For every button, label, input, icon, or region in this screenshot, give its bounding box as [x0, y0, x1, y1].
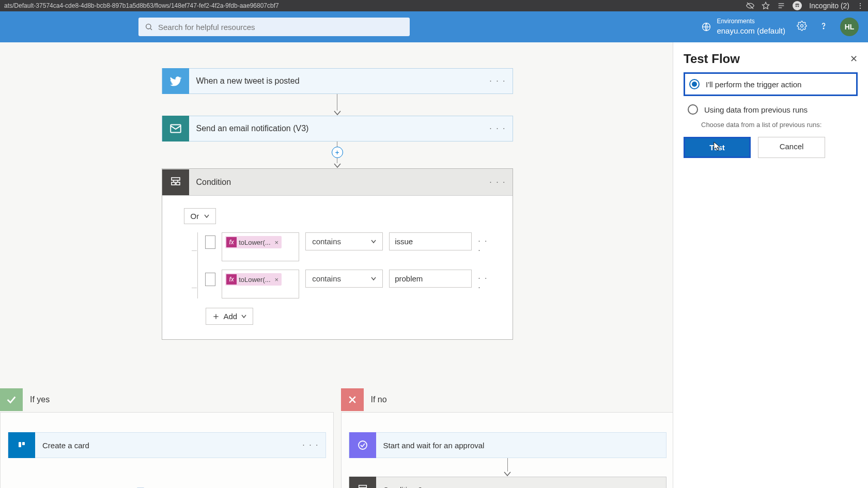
email-action-title: Send an email notification (V3) — [189, 124, 484, 133]
gear-icon[interactable] — [797, 21, 807, 33]
row-menu[interactable]: · · · — [478, 274, 490, 292]
svg-point-25 — [359, 441, 367, 449]
radio-subnote: Choose data from a list of previous runs… — [701, 121, 858, 129]
radio-perform-trigger[interactable]: I'll perform the trigger action — [684, 72, 858, 96]
flow-canvas: When a new tweet is posted · · · Send an… — [0, 42, 674, 488]
fx-icon: fx — [226, 237, 237, 247]
panel-title: Test Flow — [684, 52, 740, 66]
svg-rect-15 — [176, 182, 180, 185]
x-icon — [341, 388, 364, 411]
radio-label: I'll perform the trigger action — [706, 80, 801, 89]
arrow-connector — [162, 94, 513, 116]
condition2-title: Condition 2 — [376, 485, 667, 489]
svg-line-24 — [349, 397, 355, 403]
svg-rect-19 — [19, 442, 21, 447]
test-flow-panel: Test Flow ✕ I'll perform the trigger act… — [673, 42, 868, 488]
svg-rect-12 — [171, 124, 181, 132]
trigger-menu[interactable]: · · · — [483, 76, 512, 86]
value-input[interactable]: problem — [389, 270, 472, 288]
globe-icon — [701, 22, 711, 32]
eye-off-icon[interactable] — [746, 2, 754, 10]
operator-dropdown[interactable]: contains — [305, 232, 383, 250]
twitter-icon — [162, 68, 189, 94]
condition-card[interactable]: Condition · · · Or fx — [162, 168, 513, 340]
condition-row: fx toLower(... × contains issue · · · — [192, 232, 491, 261]
if-no-title: If no — [364, 395, 387, 404]
create-card-step[interactable]: Create a card · · · — [8, 432, 326, 458]
incognito-icon[interactable] — [793, 1, 802, 10]
trello-icon — [8, 432, 35, 458]
svg-rect-26 — [359, 485, 366, 488]
radio-label: Using data from previous runs — [704, 105, 808, 114]
condition-icon — [162, 169, 189, 195]
trigger-title: When a new tweet is posted — [189, 76, 484, 86]
logic-dropdown[interactable]: Or — [184, 208, 216, 224]
email-action-menu[interactable]: · · · — [483, 124, 512, 133]
operator-dropdown[interactable]: contains — [305, 270, 383, 288]
create-card-title: Create a card — [35, 441, 296, 450]
kebab-icon[interactable]: ⋮ — [857, 2, 864, 10]
value-input[interactable]: issue — [389, 232, 472, 250]
url-text: ats/Default-37574ca4-cde8-4d8b-bcb8-897b… — [4, 2, 746, 9]
svg-point-6 — [798, 6, 799, 7]
remove-pill-icon[interactable]: × — [275, 276, 279, 284]
star-icon[interactable] — [762, 2, 770, 10]
row-checkbox[interactable] — [205, 273, 215, 286]
cancel-button[interactable]: Cancel — [758, 137, 825, 158]
list-icon[interactable] — [777, 2, 785, 10]
incognito-label: Incognito (2) — [809, 2, 849, 10]
svg-rect-18 — [17, 440, 26, 450]
search-icon — [145, 23, 153, 31]
create-card-menu[interactable]: · · · — [296, 440, 325, 450]
svg-rect-13 — [172, 178, 180, 180]
pill-text: toLower(... — [239, 239, 270, 246]
app-header: Environments enayu.com (default) HL — [0, 11, 868, 42]
radio-previous-runs[interactable]: Using data from previous runs — [684, 99, 858, 120]
operator-label: contains — [312, 274, 341, 283]
search-box[interactable] — [138, 18, 410, 36]
env-label: Environments — [717, 18, 785, 26]
svg-point-7 — [146, 24, 151, 29]
if-yes-header[interactable]: If yes — [0, 387, 334, 412]
browser-address-bar: ats/Default-37574ca4-cde8-4d8b-bcb8-897b… — [0, 0, 868, 11]
mail-icon — [162, 116, 189, 141]
if-no-header[interactable]: If no — [341, 387, 675, 412]
row-checkbox[interactable] — [205, 235, 215, 249]
svg-line-8 — [150, 28, 152, 30]
add-label: Add — [224, 312, 238, 321]
left-operand[interactable]: fx toLower(... × — [222, 232, 299, 261]
remove-pill-icon[interactable]: × — [275, 239, 279, 246]
environment-picker[interactable]: Environments enayu.com (default) — [701, 18, 785, 36]
radio-selected-icon — [689, 79, 700, 89]
test-button[interactable]: Test — [684, 137, 751, 158]
chevron-down-icon — [371, 240, 376, 244]
chevron-down-icon — [241, 314, 246, 319]
condition-title: Condition — [189, 178, 484, 187]
condition-icon — [349, 477, 376, 488]
trigger-card[interactable]: When a new tweet is posted · · · — [162, 68, 513, 94]
logic-label: Or — [191, 212, 199, 221]
approval-step[interactable]: Start and wait for an approval — [349, 432, 667, 458]
approval-icon — [349, 432, 376, 458]
left-operand[interactable]: fx toLower(... × — [222, 270, 299, 298]
user-avatar[interactable]: HL — [840, 18, 859, 36]
condition-menu[interactable]: · · · — [483, 178, 512, 187]
if-yes-branch: If yes Create a card · · · Add an action — [0, 387, 334, 488]
row-menu[interactable]: · · · — [478, 237, 490, 255]
condition2-step[interactable]: Condition 2 — [349, 477, 667, 488]
condition-row: fx toLower(... × contains problem · · · — [192, 270, 491, 298]
add-condition-button[interactable]: Add — [206, 308, 254, 325]
add-step-button[interactable]: + — [332, 147, 343, 158]
browser-controls: Incognito (2) ⋮ — [746, 1, 864, 10]
expression-pill[interactable]: fx toLower(... × — [225, 273, 282, 286]
expression-pill[interactable]: fx toLower(... × — [225, 236, 282, 248]
pill-text: toLower(... — [239, 276, 270, 284]
plus-icon — [212, 313, 220, 320]
help-icon[interactable] — [818, 21, 829, 33]
approval-title: Start and wait for an approval — [376, 441, 667, 450]
email-action-card[interactable]: Send an email notification (V3) · · · — [162, 116, 513, 141]
search-input[interactable] — [158, 23, 404, 32]
svg-point-10 — [801, 25, 803, 27]
close-icon[interactable]: ✕ — [850, 53, 858, 65]
svg-point-5 — [796, 6, 797, 7]
